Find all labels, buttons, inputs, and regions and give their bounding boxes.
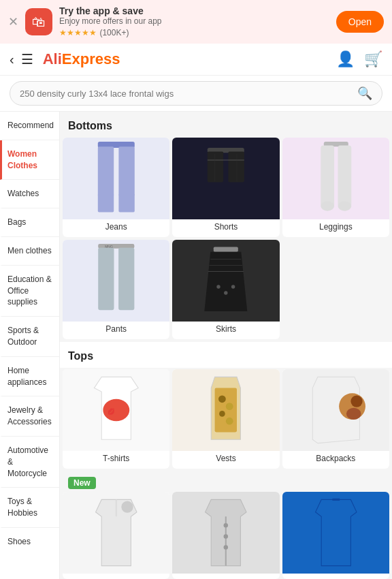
search-input[interactable] [20, 89, 357, 99]
skirts-label: Skirts [213, 322, 239, 334]
svg-text:💋: 💋 [108, 407, 115, 416]
svg-rect-6 [208, 151, 223, 182]
leggings-label: Leggings [316, 219, 355, 232]
vests-label: Vests [213, 451, 238, 463]
svg-point-42 [121, 501, 133, 513]
banner-text: Try the app & save Enjoy more offers in … [59, 5, 329, 38]
skirts-image [172, 240, 279, 322]
product-card-new-1[interactable] [63, 492, 169, 579]
svg-point-46 [224, 523, 228, 527]
sidebar-item-recommend[interactable]: Recommend [0, 112, 59, 140]
sidebar-item-shoes[interactable]: Shoes [0, 528, 59, 556]
svg-point-14 [321, 201, 334, 210]
svg-rect-1 [98, 146, 114, 195]
product-card-tshirts[interactable]: 💋 T-shirts [63, 369, 169, 469]
new-badge: New [68, 477, 96, 489]
svg-marker-49 [315, 499, 356, 565]
svg-rect-2 [118, 146, 134, 195]
cart-icon[interactable]: 🛒 [364, 50, 382, 68]
sidebar-item-toys[interactable]: Toys & Hobbies [0, 488, 59, 528]
sidebar-item-home-appliances[interactable]: Home appliances [0, 357, 59, 397]
product-card-leggings[interactable]: Leggings [282, 138, 389, 237]
product-card-skirts[interactable]: Skirts [172, 240, 279, 339]
svg-point-27 [231, 285, 235, 288]
vests-image [172, 369, 279, 451]
svg-rect-32 [215, 388, 237, 433]
svg-point-25 [216, 285, 220, 288]
site-logo: AliExpress [43, 50, 329, 68]
header-icons: 👤 🛒 [336, 50, 382, 68]
svg-point-35 [219, 411, 225, 417]
main-layout: Recommend Women Clothes Watches Bags Men… [0, 112, 392, 579]
svg-rect-16 [98, 244, 134, 249]
svg-point-48 [224, 545, 228, 549]
content-area: Bottoms Jeans [60, 112, 392, 579]
tops-section-header: Tops [60, 342, 392, 368]
sidebar-item-automotive[interactable]: Automotive & Motorcycle [0, 437, 59, 488]
new2-image [172, 492, 279, 574]
product-card-pants[interactable]: MNG Pants [63, 240, 169, 339]
product-card-jeans[interactable]: Jeans [63, 138, 169, 237]
backpacks-image [282, 369, 389, 451]
new-section-header: New [60, 471, 392, 492]
sidebar-item-jewelry[interactable]: Jewelry & Accessories [0, 396, 59, 437]
search-icon[interactable]: 🔍 [357, 86, 372, 101]
svg-point-15 [338, 201, 351, 210]
jeans-label: Jeans [103, 219, 130, 232]
account-icon[interactable]: 👤 [336, 50, 355, 68]
bottoms-grid: Jeans Shorts [60, 138, 392, 342]
header: ‹ ☰ AliExpress 👤 🛒 [0, 44, 392, 76]
pants-image: MNG [63, 240, 169, 322]
sidebar-item-watches[interactable]: Watches [0, 180, 59, 208]
pants-label: Pants [103, 322, 129, 334]
svg-point-40 [346, 408, 361, 420]
tops-section-title: Tops [68, 350, 93, 362]
svg-point-34 [226, 403, 233, 410]
new-grid [60, 492, 392, 579]
product-card-backpacks[interactable]: Backpacks [282, 369, 389, 469]
product-card-shorts[interactable]: Shorts [172, 138, 279, 237]
svg-rect-18 [98, 248, 114, 310]
tops-grid: 💋 T-shirts Vests [60, 369, 392, 471]
tshirts-label: T-shirts [100, 451, 132, 463]
svg-point-36 [226, 418, 233, 425]
banner-open-button[interactable]: Open [336, 11, 384, 33]
product-card-new-2[interactable] [172, 492, 279, 579]
product-card-vests[interactable]: Vests [172, 369, 279, 469]
svg-rect-3 [98, 194, 114, 213]
sidebar-item-men-clothes[interactable]: Men clothes [0, 237, 59, 266]
svg-rect-20 [214, 247, 238, 252]
leggings-image [282, 138, 389, 219]
svg-point-33 [218, 395, 226, 403]
search-bar: 🔍 [0, 76, 392, 112]
sidebar-item-sports-outdoor[interactable]: Sports & Outdoor [0, 317, 59, 357]
banner-reviews: (100K+) [99, 28, 129, 37]
banner-stars: ★★★★★ [59, 28, 97, 37]
sidebar-item-education-office[interactable]: Education & Office supplies [0, 266, 59, 317]
svg-point-47 [224, 534, 228, 538]
new3-image [282, 492, 389, 574]
search-input-wrap[interactable]: 🔍 [10, 81, 382, 106]
product-card-new-3[interactable] [282, 492, 389, 579]
svg-rect-12 [321, 145, 334, 206]
svg-point-39 [350, 395, 362, 407]
banner-close-icon[interactable]: ✕ [8, 14, 18, 29]
svg-rect-19 [118, 248, 134, 310]
sidebar-item-bags[interactable]: Bags [0, 208, 59, 237]
banner-subtitle: Enjoy more offers in our app [59, 16, 329, 26]
tshirts-image: 💋 [63, 369, 169, 451]
sidebar-item-women-clothes[interactable]: Women Clothes [0, 140, 59, 181]
new1-image [63, 492, 169, 574]
shorts-image [172, 138, 279, 219]
svg-rect-13 [338, 145, 351, 206]
backpacks-label: Backpacks [313, 451, 358, 463]
bottoms-section-title: Bottoms [60, 112, 392, 138]
sidebar: Recommend Women Clothes Watches Bags Men… [0, 112, 60, 579]
app-banner: ✕ 🛍 Try the app & save Enjoy more offers… [0, 0, 392, 44]
menu-icon[interactable]: ☰ [21, 51, 33, 67]
shorts-label: Shorts [212, 219, 241, 232]
svg-rect-7 [229, 151, 244, 182]
svg-point-26 [224, 291, 227, 294]
jeans-image [63, 138, 169, 219]
back-icon[interactable]: ‹ [10, 52, 14, 67]
